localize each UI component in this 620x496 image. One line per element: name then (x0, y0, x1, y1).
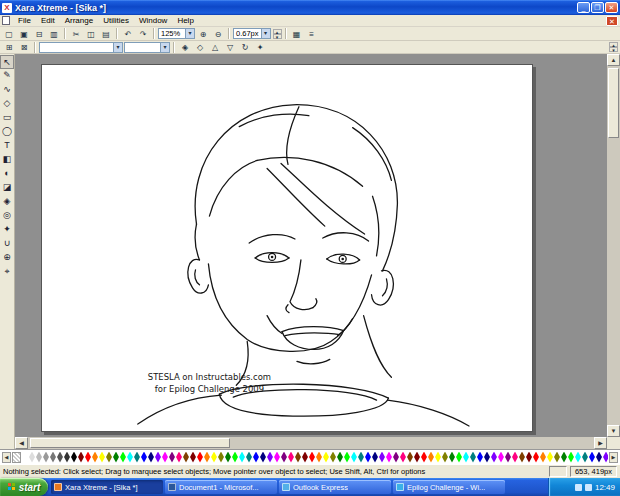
zoom-tool-icon[interactable]: ⊕ (0, 251, 14, 265)
color-swatch[interactable] (22, 452, 28, 463)
zoom-combo[interactable]: 125% ▾ (158, 28, 195, 39)
push-tool-icon[interactable]: ⌖ (0, 265, 14, 279)
color-swatch[interactable] (386, 452, 392, 463)
fill-tool-icon[interactable]: ◧ (0, 153, 14, 167)
contour-tool-icon[interactable]: ◎ (0, 209, 14, 223)
color-swatch[interactable] (540, 452, 546, 463)
color-swatch[interactable] (414, 452, 420, 463)
color-swatch[interactable] (281, 452, 287, 463)
document-page[interactable]: STESLA on Instructables.com for Epilog C… (41, 64, 533, 432)
text-tool-icon[interactable]: T (0, 139, 14, 153)
color-swatch[interactable] (603, 452, 608, 463)
color-swatch[interactable] (141, 452, 147, 463)
zoom-out-icon[interactable]: ⊖ (211, 28, 225, 40)
color-swatch[interactable] (449, 452, 455, 463)
color-swatch[interactable] (232, 452, 238, 463)
copy-icon[interactable]: ◫ (84, 28, 98, 40)
vertical-scroll-thumb[interactable] (608, 68, 619, 138)
color-swatch[interactable] (547, 452, 553, 463)
group-icon[interactable]: ⊞ (2, 41, 16, 53)
color-swatch[interactable] (106, 452, 112, 463)
mold-tool-icon[interactable]: ∪ (0, 237, 14, 251)
color-swatch[interactable] (190, 452, 196, 463)
chevron-down-icon[interactable]: ▾ (185, 29, 194, 38)
line-width-stepper[interactable]: ▴ ▾ (273, 29, 282, 39)
color-swatch[interactable] (505, 452, 511, 463)
paste-icon[interactable]: ▤ (99, 28, 113, 40)
save-icon[interactable]: ⊟ (32, 28, 46, 40)
chevron-down-icon[interactable]: ▾ (113, 43, 122, 52)
undo-icon[interactable]: ↶ (121, 28, 135, 40)
vertical-scrollbar[interactable]: ▲ ▼ (607, 54, 620, 437)
color-swatch[interactable] (239, 452, 245, 463)
color-swatch[interactable] (127, 452, 133, 463)
color-swatch[interactable] (211, 452, 217, 463)
color-swatch[interactable] (99, 452, 105, 463)
color-swatch[interactable] (267, 452, 273, 463)
color-swatch[interactable] (43, 452, 49, 463)
color-swatch[interactable] (568, 452, 574, 463)
redo-icon[interactable]: ↷ (136, 28, 150, 40)
color-swatch[interactable] (50, 452, 56, 463)
color-swatch[interactable] (253, 452, 259, 463)
rotate-icon[interactable]: ↻ (238, 41, 252, 53)
color-swatch[interactable] (309, 452, 315, 463)
toolbar-scroll-stepper[interactable]: ▴ ▾ (609, 42, 618, 52)
chevron-down-icon[interactable]: ▾ (160, 43, 169, 52)
line-width-combo[interactable]: 0.67px ▾ (233, 28, 271, 39)
color-swatch[interactable] (372, 452, 378, 463)
color-swatch[interactable] (512, 452, 518, 463)
color-swatch[interactable] (330, 452, 336, 463)
color-swatch[interactable] (456, 452, 462, 463)
rectangle-tool-icon[interactable]: ▭ (0, 111, 14, 125)
size-combo[interactable]: ▾ (124, 42, 170, 53)
start-button[interactable]: start (0, 478, 48, 496)
ellipse-tool-icon[interactable]: ◯ (0, 125, 14, 139)
color-swatch[interactable] (134, 452, 140, 463)
color-swatch[interactable] (400, 452, 406, 463)
color-swatch[interactable] (316, 452, 322, 463)
tray-icon[interactable] (585, 484, 592, 491)
scroll-down-icon[interactable]: ▼ (607, 425, 620, 437)
color-swatch[interactable] (176, 452, 182, 463)
new-icon[interactable]: ▢ (2, 28, 16, 40)
zoom-in-icon[interactable]: ⊕ (196, 28, 210, 40)
shape-editor-tool-icon[interactable]: ∿ (0, 83, 14, 97)
color-swatch[interactable] (78, 452, 84, 463)
style-combo[interactable]: ▾ (39, 42, 123, 53)
menu-utilities[interactable]: Utilities (98, 16, 134, 25)
bevel-tool-icon[interactable]: ◈ (0, 195, 14, 209)
color-swatch[interactable] (162, 452, 168, 463)
color-swatch[interactable] (428, 452, 434, 463)
color-swatch[interactable] (288, 452, 294, 463)
color-swatch[interactable] (218, 452, 224, 463)
send-to-back-icon[interactable]: ◇ (193, 41, 207, 53)
minimize-button[interactable]: _ (577, 2, 590, 13)
flip-vertical-icon[interactable]: ▽ (223, 41, 237, 53)
color-swatch[interactable] (302, 452, 308, 463)
color-swatch[interactable] (463, 452, 469, 463)
cut-icon[interactable]: ✂ (69, 28, 83, 40)
color-swatch[interactable] (64, 452, 70, 463)
menu-file[interactable]: File (13, 16, 36, 25)
color-swatch[interactable] (421, 452, 427, 463)
color-swatch[interactable] (484, 452, 490, 463)
color-swatch[interactable] (36, 452, 42, 463)
transparency-tool-icon[interactable]: ◐ (0, 167, 14, 181)
color-swatch[interactable] (92, 452, 98, 463)
color-swatch[interactable] (575, 452, 581, 463)
color-swatch[interactable] (435, 452, 441, 463)
freehand-tool-icon[interactable]: ✎ (0, 69, 14, 83)
shadow-tool-icon[interactable]: ◪ (0, 181, 14, 195)
color-swatch[interactable] (526, 452, 532, 463)
snap-grid-icon[interactable]: ▦ (290, 28, 304, 40)
taskbar-button[interactable]: Document1 - Microsof... (165, 480, 277, 494)
color-swatch[interactable] (477, 452, 483, 463)
palette-scroll-right-icon[interactable]: ▶ (609, 452, 618, 463)
color-swatch[interactable] (295, 452, 301, 463)
scroll-left-icon[interactable]: ◀ (15, 437, 28, 449)
quickshape-tool-icon[interactable]: ◇ (0, 97, 14, 111)
color-swatch[interactable] (57, 452, 63, 463)
color-swatch[interactable] (519, 452, 525, 463)
color-swatch[interactable] (596, 452, 602, 463)
